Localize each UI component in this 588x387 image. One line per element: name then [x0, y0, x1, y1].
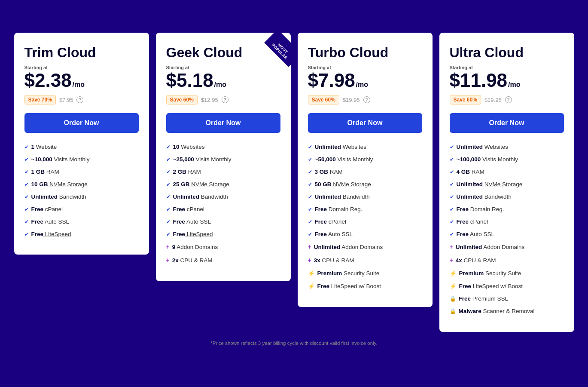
check-icon: ✔ — [308, 194, 312, 201]
lock-icon: 🔒 — [450, 308, 456, 315]
check-icon: ✔ — [450, 156, 454, 163]
check-icon: ✔ — [450, 231, 454, 238]
check-icon: ✔ — [308, 169, 312, 176]
check-icon: ✔ — [166, 218, 171, 226]
feature-item: 🔒 Malware Scanner & Removal — [450, 307, 564, 316]
plus-icon: + — [166, 256, 170, 265]
plus-icon: + — [166, 243, 170, 252]
check-icon: ✔ — [166, 156, 171, 163]
plan-card-turbo: Turbo Cloud Starting at $7.98 /mo Save 6… — [298, 33, 433, 307]
price-per: /mo — [356, 81, 368, 89]
save-badge: Save 60% — [450, 95, 481, 104]
check-icon: ✔ — [450, 206, 454, 213]
feature-item: ✔ Free LiteSpeed — [166, 230, 280, 239]
feature-item: + 2x CPU & RAM — [166, 256, 280, 265]
feature-item: ✔ ~50,000 Visits Monthly — [308, 156, 422, 164]
price-per: /mo — [508, 81, 520, 89]
bolt-icon: ⚡ — [450, 283, 457, 290]
feature-item: ✔ Free Auto SSL — [308, 230, 422, 239]
plus-icon: + — [308, 256, 311, 265]
plan-card-trim: Trim Cloud Starting at $2.38 /mo Save 70… — [14, 33, 149, 255]
check-icon: ✔ — [24, 169, 29, 176]
bolt-icon: ⚡ — [308, 270, 315, 277]
check-icon: ✔ — [24, 194, 29, 201]
check-icon: ✔ — [308, 206, 312, 213]
price-main: $11.98 — [450, 71, 508, 90]
check-icon: ✔ — [308, 231, 312, 238]
save-badge: Save 70% — [24, 95, 56, 104]
feature-item: ✔ Free Domain Reg. — [450, 206, 564, 214]
save-row: Save 70% $7.95 ? — [24, 95, 139, 104]
plan-title: Ultra Cloud — [450, 45, 564, 61]
feature-item: ✔ 50 GB NVMe Storage — [308, 181, 422, 189]
feature-item: ✔ Free Auto SSL — [166, 218, 280, 226]
feature-item: ✔ Free Auto SSL — [450, 230, 564, 239]
check-icon: ✔ — [308, 156, 312, 163]
plan-card-ultra: Ultra Cloud Starting at $11.98 /mo Save … — [439, 33, 574, 332]
help-icon[interactable]: ? — [363, 96, 370, 103]
feature-item: + Unlimited Addon Domains — [450, 243, 564, 252]
check-icon: ✔ — [24, 206, 29, 213]
check-icon: ✔ — [24, 156, 29, 163]
check-icon: ✔ — [166, 181, 171, 188]
plan-title: Geek Cloud — [166, 45, 280, 61]
order-now-button[interactable]: Order Now — [308, 113, 422, 133]
order-now-button[interactable]: Order Now — [166, 113, 280, 133]
feature-item: + 9 Addon Domains — [166, 243, 280, 252]
lock-icon: 🔒 — [450, 295, 456, 303]
feature-item: + Unlimited Addon Domains — [308, 243, 422, 252]
feature-item: ✔ Free cPanel — [24, 206, 139, 214]
original-price: $7.95 — [59, 97, 73, 103]
feature-item: ⚡ Premium Security Suite — [450, 269, 564, 278]
check-icon: ✔ — [450, 181, 454, 188]
plan-title: Turbo Cloud — [308, 45, 422, 61]
feature-item: ✔ 4 GB RAM — [450, 168, 564, 176]
feature-item: ✔ ~25,000 Visits Monthly — [166, 156, 280, 164]
check-icon: ✔ — [24, 218, 29, 226]
order-now-button[interactable]: Order Now — [450, 113, 564, 133]
feature-item: ⚡ Premium Security Suite — [308, 269, 422, 278]
help-icon[interactable]: ? — [76, 96, 83, 103]
check-icon: ✔ — [24, 181, 29, 188]
bolt-icon: ⚡ — [450, 270, 457, 277]
feature-item: ⚡ Free LiteSpeed w/ Boost — [308, 282, 422, 291]
order-now-button[interactable]: Order Now — [24, 113, 139, 133]
features-list: ✔ 1 Website ✔ ~10,000 Visits Monthly ✔ 1… — [24, 143, 139, 238]
features-list: ✔ Unlimited Websites ✔ ~100,000 Visits M… — [450, 143, 564, 315]
feature-item: ✔ Unlimited NVMe Storage — [450, 181, 564, 189]
save-row: Save 60% $19.95 ? — [308, 95, 422, 104]
help-icon[interactable]: ? — [505, 96, 512, 103]
plans-container: Trim Cloud Starting at $2.38 /mo Save 70… — [11, 33, 578, 332]
features-list: ✔ Unlimited Websites ✔ ~50,000 Visits Mo… — [308, 143, 422, 291]
feature-item: ✔ Free LiteSpeed — [24, 230, 139, 239]
original-price: $29.95 — [484, 97, 502, 103]
save-badge: Save 60% — [308, 95, 339, 104]
price-row: $11.98 /mo — [450, 71, 564, 90]
price-row: $2.38 /mo — [24, 71, 139, 90]
check-icon: ✔ — [450, 194, 454, 201]
check-icon: ✔ — [166, 206, 171, 213]
original-price: $12.95 — [201, 97, 218, 103]
price-per: /mo — [73, 81, 85, 89]
feature-item: ✔ ~10,000 Visits Monthly — [24, 156, 139, 164]
price-main: $7.98 — [308, 71, 355, 90]
price-main: $2.38 — [24, 71, 72, 90]
check-icon: ✔ — [308, 144, 312, 151]
feature-item: ✔ 10 GB NVMe Storage — [24, 181, 139, 189]
feature-item: ✔ Unlimited Bandwidth — [308, 193, 422, 201]
help-icon[interactable]: ? — [222, 96, 228, 103]
check-icon: ✔ — [24, 144, 29, 151]
save-badge: Save 60% — [166, 95, 198, 104]
save-row: Save 60% $29.95 ? — [450, 95, 564, 104]
save-row: Save 60% $12.95 ? — [166, 95, 280, 104]
feature-item: + 3x CPU & RAM — [308, 256, 422, 265]
feature-item: ✔ Unlimited Bandwidth — [450, 193, 564, 201]
plan-title: Trim Cloud — [24, 45, 139, 61]
feature-item: ✔ 1 Website — [24, 143, 139, 151]
feature-item: ✔ ~100,000 Visits Monthly — [450, 156, 564, 164]
feature-item: ✔ Free cPanel — [166, 206, 280, 214]
feature-item: ✔ 25 GB NVMe Storage — [166, 181, 280, 189]
check-icon: ✔ — [308, 218, 312, 226]
plus-icon: + — [308, 243, 311, 252]
footnote: *Price shown reflects 3 year billing cyc… — [9, 341, 579, 346]
